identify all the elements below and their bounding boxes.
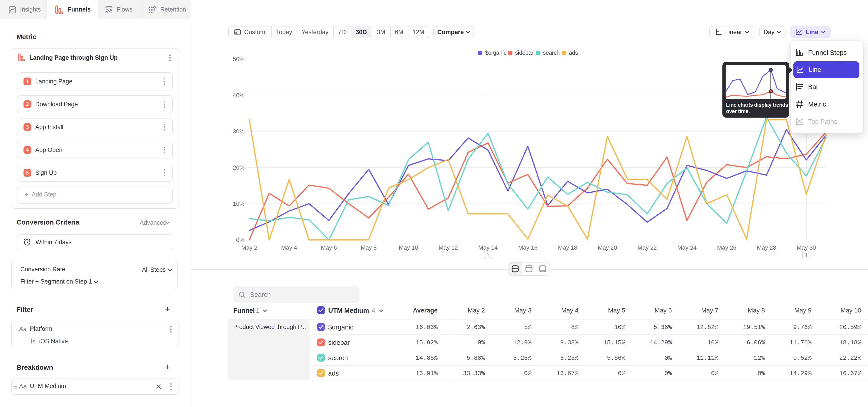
svg-text:May 28: May 28 [757, 244, 776, 251]
svg-text:20%: 20% [233, 164, 245, 171]
svg-text:May 4: May 4 [281, 244, 297, 251]
svg-text:May 26: May 26 [717, 244, 736, 251]
svg-text:May 22: May 22 [638, 244, 657, 251]
svg-text:May 14: May 14 [478, 244, 498, 251]
svg-text:50%: 50% [233, 56, 245, 62]
svg-text:10%: 10% [233, 200, 245, 207]
svg-text:0%: 0% [236, 237, 245, 243]
svg-text:May 20: May 20 [598, 244, 617, 251]
svg-text:May 30: May 30 [797, 244, 816, 251]
svg-text:May 12: May 12 [438, 244, 458, 251]
svg-text:40%: 40% [233, 92, 245, 99]
svg-text:May 24: May 24 [677, 244, 696, 251]
svg-text:May 10: May 10 [399, 244, 418, 251]
svg-text:May 6: May 6 [321, 244, 337, 251]
svg-text:30%: 30% [233, 128, 245, 135]
svg-text:May 2: May 2 [241, 244, 257, 251]
svg-text:May 18: May 18 [558, 244, 577, 251]
svg-text:May 16: May 16 [518, 244, 537, 251]
svg-text:May 8: May 8 [361, 244, 377, 251]
